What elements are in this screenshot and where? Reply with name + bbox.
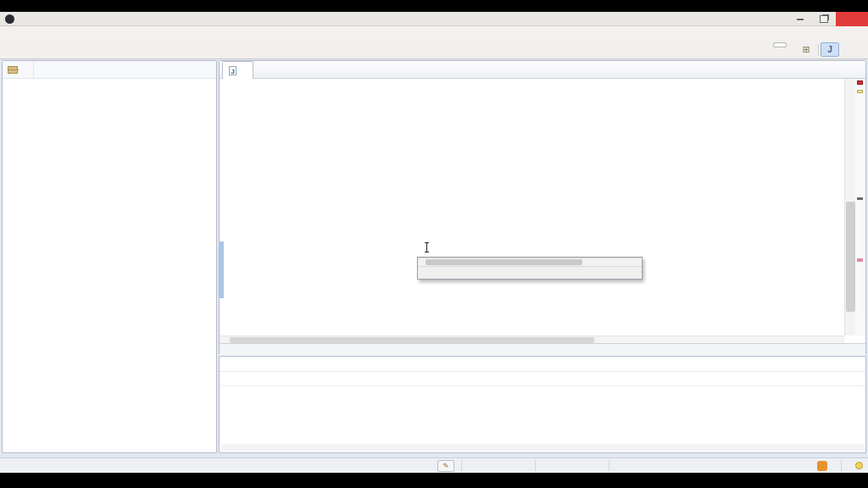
perspective-separator	[818, 44, 819, 56]
status-bar: ✎	[0, 458, 868, 473]
eclipse-window: ⊞ J J	[0, 0, 868, 488]
console-panel	[219, 356, 866, 453]
code-editor[interactable]	[220, 79, 844, 336]
scrollbar-thumb[interactable]	[846, 202, 855, 312]
error-marker[interactable]	[857, 80, 863, 85]
open-perspective-button[interactable]: ⊞	[797, 42, 815, 57]
warning-marker[interactable]	[857, 90, 863, 93]
popup-hscroll-thumb[interactable]	[426, 259, 582, 265]
occurrence-marker[interactable]	[857, 258, 863, 262]
source-design-tabbar	[220, 343, 865, 356]
top-letterbox	[0, 0, 868, 12]
eclipse-logo-icon	[5, 14, 14, 24]
restore-button[interactable]	[812, 12, 836, 26]
editor-tab-btojava[interactable]: J	[222, 61, 253, 79]
editor-panel: J	[219, 60, 866, 355]
close-button[interactable]	[836, 12, 868, 26]
package-explorer-panel	[2, 60, 217, 453]
dark-marker[interactable]	[857, 197, 863, 200]
package-explorer-icon	[8, 66, 18, 74]
java-file-icon: J	[229, 66, 236, 75]
fold-range-indicator	[220, 241, 224, 298]
editor-vertical-scrollbar[interactable]	[844, 79, 855, 336]
status-separator	[841, 460, 842, 471]
title-bar	[0, 12, 868, 26]
content-assist-popup	[417, 257, 643, 280]
console-status-line	[220, 372, 865, 386]
editor-horizontal-scrollbar[interactable]	[220, 336, 844, 343]
bottom-letterbox	[0, 473, 868, 488]
status-separator	[461, 460, 462, 471]
package-explorer-header	[3, 61, 216, 79]
console-horizontal-scrollbar[interactable]	[221, 444, 864, 451]
popup-footer	[418, 266, 642, 279]
progress-icon[interactable]	[817, 461, 827, 471]
package-explorer-tab[interactable]	[3, 61, 34, 79]
package-explorer-tree	[3, 79, 216, 81]
lightbulb-icon[interactable]	[855, 462, 863, 469]
status-separator	[535, 460, 536, 471]
popup-horizontal-scrollbar[interactable]	[418, 258, 642, 266]
java-perspective-button[interactable]: J	[821, 42, 839, 57]
minimize-button[interactable]	[788, 12, 812, 26]
quick-access-button[interactable]	[773, 42, 787, 47]
console-tab-bar	[220, 357, 865, 372]
edit-mode-icon: ✎	[437, 460, 454, 472]
main-toolbar: ⊞ J	[0, 40, 868, 59]
status-separator	[609, 460, 609, 471]
menu-bar	[0, 26, 868, 40]
editor-tab-bar: J	[220, 61, 865, 79]
overview-ruler	[855, 79, 865, 336]
mouse-text-cursor	[426, 242, 427, 252]
window-controls	[788, 12, 868, 26]
status-right-icons	[817, 460, 868, 471]
hscrollbar-thumb[interactable]	[230, 337, 594, 343]
